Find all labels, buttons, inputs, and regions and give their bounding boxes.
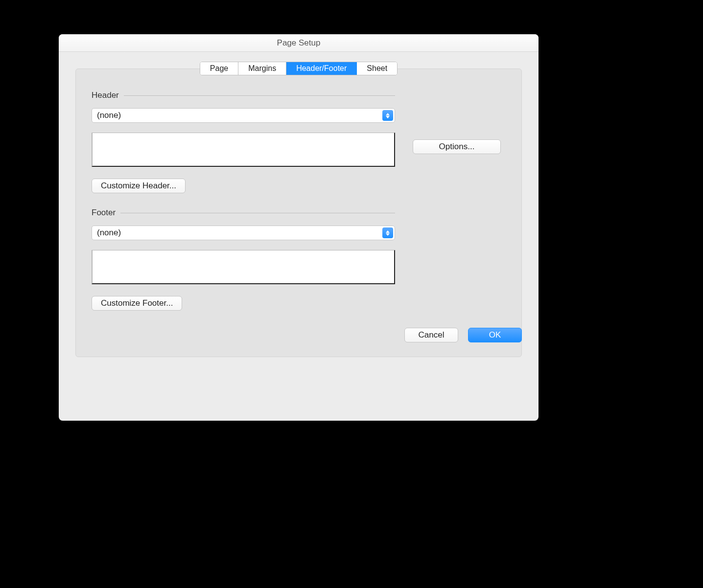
- panel-columns: Header (none) Customize Header... Footer: [92, 90, 506, 325]
- header-select[interactable]: (none): [92, 108, 395, 123]
- titlebar: Page Setup: [59, 34, 539, 52]
- chevron-up-down-icon: [382, 110, 393, 121]
- left-column: Header (none) Customize Header... Footer: [92, 90, 395, 325]
- tab-header-footer[interactable]: Header/Footer: [286, 62, 357, 75]
- footer-preview: [92, 250, 395, 284]
- page-setup-window: Page Setup Page Margins Header/Footer Sh…: [59, 34, 539, 421]
- footer-divider: [120, 213, 395, 213]
- customize-header-button[interactable]: Customize Header...: [92, 179, 186, 193]
- header-section: Header (none) Customize Header...: [92, 90, 395, 193]
- header-label: Header: [92, 90, 119, 100]
- header-label-row: Header: [92, 90, 395, 100]
- right-column: Options...: [413, 90, 506, 154]
- tab-margins[interactable]: Margins: [238, 62, 286, 75]
- chevron-up-down-icon: [382, 227, 393, 238]
- dialog-footer: Cancel OK: [404, 328, 522, 342]
- window-title: Page Setup: [277, 38, 321, 47]
- ok-button[interactable]: OK: [468, 328, 522, 342]
- tabs: Page Margins Header/Footer Sheet: [200, 62, 398, 75]
- footer-section: Footer (none) Customize Footer...: [92, 208, 395, 311]
- tabstrip: Page Margins Header/Footer Sheet: [75, 62, 522, 75]
- tab-sheet[interactable]: Sheet: [357, 62, 397, 75]
- footer-select[interactable]: (none): [92, 226, 395, 240]
- cancel-button[interactable]: Cancel: [404, 328, 458, 342]
- tab-page[interactable]: Page: [200, 62, 238, 75]
- options-button[interactable]: Options...: [413, 139, 501, 154]
- customize-footer-button[interactable]: Customize Footer...: [92, 296, 182, 311]
- footer-select-value: (none): [97, 228, 121, 238]
- content: Page Margins Header/Footer Sheet Header …: [59, 62, 539, 357]
- header-select-value: (none): [97, 111, 121, 120]
- tab-panel: Header (none) Customize Header... Footer: [75, 68, 522, 357]
- footer-label-row: Footer: [92, 208, 395, 218]
- footer-label: Footer: [92, 208, 116, 218]
- header-divider: [124, 95, 395, 96]
- header-preview: [92, 133, 395, 167]
